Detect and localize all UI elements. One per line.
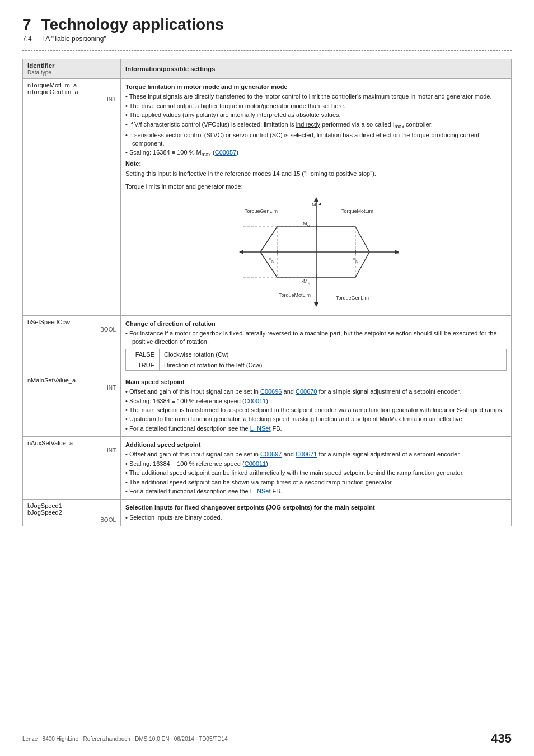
link-c00671[interactable]: C00671 (296, 451, 317, 458)
svg-text:TorqueMotLim: TorqueMotLim (341, 208, 373, 214)
info-title: Torque limitation in motor mode and in g… (125, 83, 507, 91)
info-list: Selection inputs are binary coded. (125, 514, 507, 522)
id-name: nMainSetValue_a (27, 377, 76, 384)
list-item: Upstream to the ramp function generator,… (125, 415, 507, 423)
sub-title: TA "Table positioning" (42, 35, 106, 43)
list-item: Scaling: 16384 ≡ 100 % Mmax (C00057) (125, 148, 507, 158)
section-divider (22, 50, 512, 51)
sub-heading: 7.4 TA "Table positioning" (22, 35, 512, 43)
svg-marker-5 (314, 302, 318, 307)
info-list: Offset and gain of this input signal can… (125, 450, 507, 496)
chapter-number: 7 (22, 16, 31, 34)
link-c00696[interactable]: C00696 (260, 388, 282, 395)
sub-value: Direction of rotation to the left (Ccw) (160, 360, 507, 370)
identifier-cell: bJogSpeed1bJogSpeed2 BOOL (23, 500, 121, 526)
info-list: These input signals are directly transfe… (125, 92, 507, 158)
info-cell: Selection inputs for fixed changeover se… (121, 500, 512, 526)
chapter-name: Technology applications (41, 16, 224, 34)
note-text: Setting this input is ineffective in the… (125, 170, 507, 178)
data-type-label: INT (27, 447, 116, 454)
info-cell: Main speed setpoint Offset and gain of t… (121, 374, 512, 436)
info-title: Selection inputs for fixed changeover se… (125, 503, 507, 512)
table-row: TRUE Direction of rotation to the left (… (126, 360, 507, 370)
info-cell: Torque limitation in motor mode and in g… (121, 79, 512, 316)
table-row: bJogSpeed1bJogSpeed2 BOOL Selection inpu… (23, 500, 512, 526)
svg-text:▲: ▲ (318, 201, 322, 206)
link-c00011-2[interactable]: C00011 (245, 460, 266, 467)
svg-text:TorqueGenLim: TorqueGenLim (336, 295, 369, 301)
chart-title: Torque limits in motor and generator mod… (125, 183, 507, 191)
chapter-title: 7 Technology applications (22, 16, 512, 34)
list-item: For a detailed functional description se… (125, 424, 507, 433)
identifier-cell: bSetSpeedCcw BOOL (23, 315, 121, 374)
col-header-info: Information/possible settings (121, 59, 512, 79)
data-type-label: BOOL (27, 517, 116, 523)
link-c00697[interactable]: C00697 (260, 451, 282, 458)
svg-text:TorqueMotLim: TorqueMotLim (279, 292, 311, 298)
list-item: Offset and gain of this input signal can… (125, 450, 507, 459)
list-item: Offset and gain of this input signal can… (125, 388, 507, 396)
link-lnset-1[interactable]: L_NSet (250, 425, 271, 432)
info-cell: Change of direction of rotation For inst… (121, 315, 512, 374)
list-item: If V/f characteristic control (VFCplus) … (125, 120, 507, 130)
sub-label: TRUE (126, 360, 160, 370)
page-footer: Lenze · 8400 HighLine · Referenzhandbuch… (0, 731, 534, 746)
svg-text:TorqueGenLim: TorqueGenLim (245, 208, 278, 214)
identifier-cell: nAuxSetValue_a INT (23, 437, 121, 500)
svg-text:-nN: -nN (267, 256, 274, 263)
list-item: Selection inputs are binary coded. (125, 514, 507, 522)
link-c00057[interactable]: C00057 (215, 149, 237, 156)
data-type-label: INT (27, 96, 116, 102)
col-header-identifier: Identifier Data type (23, 59, 121, 79)
sub-number: 7.4 (22, 35, 32, 43)
link-c00011-1[interactable]: C00011 (245, 398, 266, 404)
svg-text:–: – (298, 223, 301, 228)
main-table: Identifier Data type Information/possibl… (22, 59, 512, 526)
identifier-cell: nTorqueMotLim_anTorqueGenLim_a INT (23, 79, 121, 316)
id-name: bJogSpeed1bJogSpeed2 (27, 502, 62, 516)
info-cell: Additional speed setpoint Offset and gai… (121, 437, 512, 500)
torque-chart-svg: TorqueGenLim M ▲ TorqueMotLim MN (227, 196, 406, 308)
sub-label: FALSE (126, 349, 160, 360)
footer-left: Lenze · 8400 HighLine · Referenzhandbuch… (22, 736, 228, 742)
id-name: bSetSpeedCcw (27, 319, 70, 325)
info-title: Main speed setpoint (125, 378, 507, 386)
table-row: nMainSetValue_a INT Main speed setpoint … (23, 374, 512, 436)
link-lnset-2[interactable]: L_NSet (250, 488, 271, 494)
table-row: nTorqueMotLim_anTorqueGenLim_a INT Torqu… (23, 79, 512, 316)
info-title: Change of direction of rotation (125, 320, 507, 328)
link-c00670[interactable]: C00670 (296, 388, 317, 395)
torque-chart: TorqueGenLim M ▲ TorqueMotLim MN (227, 196, 406, 308)
table-row: FALSE Clockwise rotation (Cw) (126, 349, 507, 360)
identifier-cell: nMainSetValue_a INT (23, 374, 121, 436)
info-title: Additional speed setpoint (125, 441, 507, 449)
data-type-label: BOOL (27, 326, 116, 333)
list-item: The applied values (any polarity) are in… (125, 111, 507, 119)
header: 7 Technology applications 7.4 TA "Table … (22, 16, 512, 43)
torque-chart-container: TorqueGenLim M ▲ TorqueMotLim MN (125, 196, 507, 308)
note-label: Note: (125, 160, 507, 168)
info-list: Offset and gain of this input signal can… (125, 388, 507, 433)
svg-text:nN: nN (353, 256, 358, 263)
list-item: Scaling: 16384 ≡ 100 % reference speed (… (125, 397, 507, 405)
page-number: 435 (491, 731, 512, 746)
svg-text:n: n (396, 249, 399, 255)
page: 7 Technology applications 7.4 TA "Table … (0, 0, 534, 756)
list-item: Scaling: 16384 ≡ 100 % reference speed (… (125, 460, 507, 468)
table-row: bSetSpeedCcw BOOL Change of direction of… (23, 315, 512, 374)
list-item: The main setpoint is transformed to a sp… (125, 406, 507, 414)
list-item: If sensorless vector control (SLVC) or s… (125, 131, 507, 148)
sub-table: FALSE Clockwise rotation (Cw) TRUE Direc… (125, 349, 507, 371)
list-item: For instance if a motor or gearbox is fi… (125, 329, 507, 347)
list-item: The drive cannot output a higher torque … (125, 102, 507, 110)
id-name: nTorqueMotLim_anTorqueGenLim_a (27, 82, 78, 95)
svg-text:-MN: -MN (302, 278, 311, 286)
list-item: These input signals are directly transfe… (125, 92, 507, 101)
sub-value: Clockwise rotation (Cw) (160, 349, 507, 360)
list-item: The additional speed setpoint can be sho… (125, 478, 507, 487)
svg-marker-3 (239, 250, 243, 254)
data-type-label: INT (27, 385, 116, 391)
table-row: nAuxSetValue_a INT Additional speed setp… (23, 437, 512, 500)
svg-text:M: M (312, 202, 316, 207)
info-list: For instance if a motor or gearbox is fi… (125, 329, 507, 347)
